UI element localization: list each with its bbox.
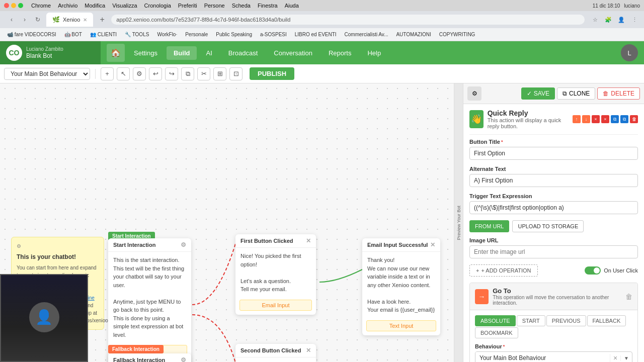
bookmark-speaking[interactable]: Public Speaking (213, 31, 255, 38)
node-settings-fallback-icon[interactable]: ⚙ (181, 356, 186, 362)
user-avatar[interactable]: L (621, 44, 638, 61)
node-close-email-icon[interactable]: ✕ (430, 241, 435, 248)
add-button[interactable]: + (101, 67, 114, 80)
panel-icon-3[interactable]: × (592, 115, 600, 123)
goto-section: → Go To This operation will move the con… (469, 283, 638, 362)
bookmark-libro[interactable]: LIBRO ed EVENTI (292, 31, 340, 38)
back-button[interactable]: ‹ (6, 14, 17, 25)
publish-button[interactable]: PUBLISH (250, 67, 294, 80)
goto-icon: → (475, 289, 489, 304)
first-button-clicked-node[interactable]: First Button Clicked ✕ Nice! You picked … (235, 234, 316, 315)
cut-button[interactable]: ✂ (197, 67, 210, 80)
save-button[interactable]: ✓ SAVE (521, 87, 555, 100)
undo-button[interactable]: ↩ (149, 67, 162, 80)
chrome-navigation: ‹ › ↻ (6, 14, 43, 25)
panel-settings-icon[interactable]: ⚙ (467, 86, 481, 101)
close-dot[interactable] (4, 3, 9, 8)
panel-icon-2[interactable]: ↓ (582, 115, 590, 123)
behaviour-arrow-icon[interactable]: ▼ (620, 355, 632, 361)
behaviour-form-group: Behaviour * Your Main Bot Behaviour × ▼ (475, 343, 632, 362)
panel-icon-6[interactable]: ⧉ (620, 115, 628, 123)
image-url-group: Image URL (469, 237, 638, 258)
upload-storage-button[interactable]: UPLOAD TO STORAGE (512, 220, 584, 232)
behaviour-select[interactable]: Your Main Bot Behaviour (475, 352, 610, 362)
add-operation-button[interactable]: + + ADD OPERATION (469, 264, 538, 277)
nav-build[interactable]: Build (167, 46, 197, 60)
bookmark-workflo[interactable]: WorkFlo· (154, 31, 180, 38)
url-bar[interactable]: app02.xenioo.com/bots/7e523d77-8f8d-4c7d… (111, 15, 585, 25)
node-settings-icon[interactable]: ⚙ (181, 241, 186, 248)
image-url-input[interactable] (469, 245, 638, 258)
alternate-text-input[interactable] (469, 174, 638, 187)
on-user-click-toggle[interactable] (585, 266, 601, 275)
email-success-node[interactable]: Email Input Successful ✕ Thank you! We c… (362, 238, 440, 335)
bookmark-bot[interactable]: 🤖 BOT (61, 31, 85, 38)
text-input-field[interactable]: Text Input (366, 320, 436, 331)
bookmark-personale[interactable]: Personale (182, 31, 211, 38)
maximize-dot[interactable] (18, 3, 23, 8)
home-nav-button[interactable]: 🏠 (107, 44, 125, 62)
node-close-second-icon[interactable]: ✕ (306, 347, 311, 354)
logo-icon: CO (6, 45, 22, 61)
tab-close-button[interactable]: ✕ (83, 17, 87, 23)
trigger-input[interactable] (469, 201, 638, 214)
email-input-field[interactable]: Email Input (239, 300, 312, 311)
tab-start[interactable]: START (517, 315, 545, 326)
canvas[interactable]: ⚙ This is your chatbot! You can start fr… (0, 83, 463, 362)
goto-delete-icon[interactable]: 🗑 (625, 293, 632, 301)
panel-icon-1[interactable]: ↑ (573, 115, 581, 123)
nav-help[interactable]: Help (360, 46, 388, 60)
behaviour-dropdown[interactable]: Your Main Bot Behaviour (4, 68, 90, 80)
nav-ai[interactable]: AI (199, 46, 219, 60)
reload-button[interactable]: ↻ (32, 14, 43, 25)
new-tab-button[interactable]: + (96, 14, 108, 26)
nav-reports[interactable]: Reports (321, 46, 359, 60)
bookmark-automazioni[interactable]: AUTOMAZIONI (393, 31, 434, 38)
panel-icon-4[interactable]: × (601, 115, 609, 123)
behaviour-clear-icon[interactable]: × (610, 354, 620, 362)
button-title-group: Button Title * (469, 139, 638, 160)
quick-reply-header: 👋 Quick Reply This action will display a… (469, 109, 638, 129)
tab-fallback[interactable]: FALLBACK (587, 315, 626, 326)
start-interaction-node[interactable]: Start Interaction ⚙ This is the start in… (108, 238, 191, 362)
tab-previous[interactable]: PREVIOUS (546, 315, 586, 326)
redo-button[interactable]: ↪ (165, 67, 178, 80)
browser-tab[interactable]: 🌿 Xenioo ✕ (46, 13, 93, 27)
bookmark-sospesi[interactable]: a-SOSPESI (257, 31, 290, 38)
chatbot-settings-icon[interactable]: ⚙ (17, 242, 21, 250)
panel-icon-delete[interactable]: 🗑 (630, 115, 638, 123)
nav-broadcast[interactable]: Broadcast (221, 46, 265, 60)
panel-toolbar: ⚙ ✓ SAVE ⧉ CLONE 🗑 DELETE (463, 83, 644, 104)
app-navigation: 🏠 Settings Build AI Broadcast Conversati… (101, 44, 621, 62)
from-url-button[interactable]: FROM URL (469, 220, 509, 232)
fallback-node[interactable]: Fallback Interaction ⚙ This is the fallb… (108, 353, 191, 362)
pointer-button[interactable]: ↖ (117, 67, 130, 80)
bookmark-tools[interactable]: 🔧 TOOLS (122, 31, 152, 38)
bookmark-copywriting[interactable]: COPYWRITING (436, 31, 478, 38)
extensions-icon[interactable]: 🧩 (603, 14, 614, 25)
tab-bookmark[interactable]: BOOKMARK (475, 327, 518, 338)
tab-absolute[interactable]: ABSOLUTE (475, 315, 516, 326)
bookmark-commercialisti[interactable]: Commercialisti Av... (342, 31, 391, 38)
profile-icon[interactable]: 👤 (616, 14, 627, 25)
bookmark-clienti[interactable]: 👥 CLIENTI (87, 31, 120, 38)
nav-conversation[interactable]: Conversation (267, 46, 319, 60)
forward-button[interactable]: › (19, 14, 30, 25)
delete-button[interactable]: 🗑 DELETE (597, 87, 640, 100)
node-close-icon[interactable]: ✕ (306, 237, 311, 244)
copy-button[interactable]: ⧉ (181, 67, 194, 80)
menu-icon[interactable]: ⋮ (629, 14, 640, 25)
clone-button[interactable]: ⧉ CLONE (557, 87, 595, 100)
nav-settings[interactable]: Settings (127, 46, 165, 60)
bookmark-star-icon[interactable]: ☆ (590, 14, 601, 25)
preview-toggle[interactable]: Preview Your Bot (454, 83, 463, 362)
settings-button[interactable]: ⚙ (133, 67, 146, 80)
align-button[interactable]: ⊞ (213, 67, 226, 80)
second-button-clicked-node[interactable]: Second Button Clicked ✕ Awesome! The sec… (235, 344, 316, 362)
panel-icon-5[interactable]: ⧉ (611, 115, 619, 123)
zoom-fit-button[interactable]: ⊡ (229, 67, 243, 80)
trigger-group: Trigger Text Expression (469, 193, 638, 214)
button-title-input[interactable] (469, 147, 638, 160)
bookmark-videocorsi[interactable]: 📹 fare VIDEOCORSI (4, 31, 59, 38)
minimize-dot[interactable] (11, 3, 16, 8)
